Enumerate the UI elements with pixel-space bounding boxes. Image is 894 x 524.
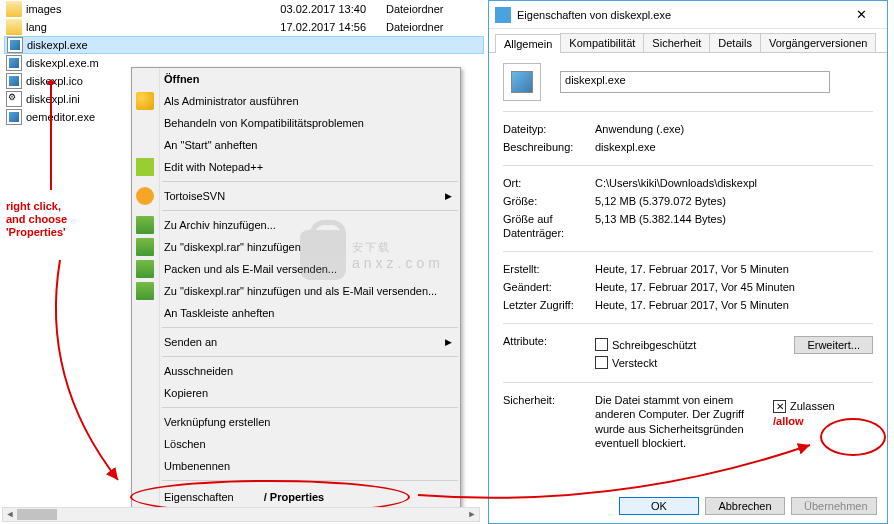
label-attributes: Attribute: bbox=[503, 334, 595, 372]
tab-previous[interactable]: Vorgängerversionen bbox=[760, 33, 876, 52]
exe-icon bbox=[6, 55, 22, 71]
winrar-icon bbox=[136, 282, 154, 300]
ctx-open[interactable]: Öffnen bbox=[132, 68, 460, 90]
separator bbox=[503, 251, 873, 252]
dialog-title: Eigenschaften von diskexpl.exe bbox=[517, 9, 671, 21]
label-accessed: Letzter Zugriff: bbox=[503, 298, 595, 312]
ctx-cut[interactable]: Ausschneiden bbox=[132, 360, 460, 382]
ctx-copy[interactable]: Kopieren bbox=[132, 382, 460, 404]
context-menu: Öffnen Als Administrator ausführen Behan… bbox=[131, 67, 461, 511]
horizontal-scrollbar[interactable]: ◄ ► bbox=[2, 507, 480, 522]
dialog-body: diskexpl.exe Dateityp:Anwendung (.exe) B… bbox=[489, 53, 887, 464]
file-large-icon bbox=[511, 71, 533, 93]
label-readonly: Schreibgeschützt bbox=[612, 338, 696, 352]
close-button[interactable]: ✕ bbox=[841, 7, 881, 22]
security-text: Die Datei stammt von einem anderen Compu… bbox=[595, 393, 765, 450]
ico-icon bbox=[6, 73, 22, 89]
separator bbox=[503, 165, 873, 166]
scroll-right-icon[interactable]: ► bbox=[465, 508, 479, 521]
tab-compat[interactable]: Kompatibilität bbox=[560, 33, 644, 52]
dialog-button-row: OK Abbrechen Übernehmen bbox=[619, 497, 877, 515]
value-created: Heute, 17. Februar 2017, Vor 5 Minuten bbox=[595, 262, 873, 276]
winrar-icon bbox=[136, 216, 154, 234]
value-location: C:\Users\kiki\Downloads\diskexpl bbox=[595, 176, 873, 190]
checkbox-unblock[interactable]: ✕ bbox=[773, 400, 786, 413]
ctx-run-as-admin[interactable]: Als Administrator ausführen bbox=[132, 90, 460, 112]
winrar-icon bbox=[136, 260, 154, 278]
app-icon bbox=[495, 7, 511, 23]
ctx-add-archive[interactable]: Zu Archiv hinzufügen... bbox=[132, 214, 460, 236]
separator bbox=[503, 111, 873, 112]
file-icon-box bbox=[503, 63, 541, 101]
value-filetype: Anwendung (.exe) bbox=[595, 122, 873, 136]
tab-bar: Allgemein Kompatibilität Sicherheit Deta… bbox=[489, 29, 887, 53]
separator bbox=[162, 480, 458, 481]
separator bbox=[503, 323, 873, 324]
tortoisesvn-icon bbox=[136, 187, 154, 205]
filename-input[interactable]: diskexpl.exe bbox=[560, 71, 830, 93]
tab-general[interactable]: Allgemein bbox=[495, 34, 561, 53]
checkbox-readonly[interactable] bbox=[595, 338, 608, 351]
separator bbox=[503, 382, 873, 383]
ctx-delete[interactable]: Löschen bbox=[132, 433, 460, 455]
ctx-pin-start[interactable]: An "Start" anheften bbox=[132, 134, 460, 156]
value-modified: Heute, 17. Februar 2017, Vor 45 Minuten bbox=[595, 280, 873, 294]
apply-button[interactable]: Übernehmen bbox=[791, 497, 877, 515]
separator bbox=[162, 210, 458, 211]
scroll-left-icon[interactable]: ◄ bbox=[3, 508, 17, 521]
ctx-edit-npp[interactable]: Edit with Notepad++ bbox=[132, 156, 460, 178]
advanced-button[interactable]: Erweitert... bbox=[794, 336, 873, 354]
ctx-pack-email[interactable]: Packen und als E-Mail versenden... bbox=[132, 258, 460, 280]
file-row-selected[interactable]: diskexpl.exe bbox=[4, 36, 484, 54]
value-size-disk: 5,13 MB (5.382.144 Bytes) bbox=[595, 212, 873, 241]
tab-details[interactable]: Details bbox=[709, 33, 761, 52]
submenu-arrow-icon: ▶ bbox=[445, 337, 452, 347]
label-location: Ort: bbox=[503, 176, 595, 190]
cancel-button[interactable]: Abbrechen bbox=[705, 497, 785, 515]
label-security: Sicherheit: bbox=[503, 393, 595, 450]
ctx-send-to[interactable]: Senden an▶ bbox=[132, 331, 460, 353]
winrar-icon bbox=[136, 238, 154, 256]
exe-icon bbox=[6, 109, 22, 125]
file-row[interactable]: images03.02.2017 13:40Dateiordner bbox=[4, 0, 484, 18]
scroll-thumb[interactable] bbox=[17, 509, 57, 520]
label-description: Beschreibung: bbox=[503, 140, 595, 154]
checkbox-hidden[interactable] bbox=[595, 356, 608, 369]
separator bbox=[162, 356, 458, 357]
ctx-tortoisesvn[interactable]: TortoiseSVN▶ bbox=[132, 185, 460, 207]
ctx-pack-rar-email[interactable]: Zu "diskexpl.rar" hinzufügen und als E-M… bbox=[132, 280, 460, 302]
exe-icon bbox=[7, 37, 23, 53]
separator bbox=[162, 181, 458, 182]
value-description: diskexpl.exe bbox=[595, 140, 873, 154]
label-unblock: Zulassen bbox=[790, 399, 835, 413]
value-accessed: Heute, 17. Februar 2017, Vor 5 Minuten bbox=[595, 298, 873, 312]
ctx-rename[interactable]: Umbenennen bbox=[132, 455, 460, 477]
ctx-add-rar[interactable]: Zu "diskexpl.rar" hinzufügen bbox=[132, 236, 460, 258]
shield-icon bbox=[136, 92, 154, 110]
label-size: Größe: bbox=[503, 194, 595, 208]
properties-dialog: Eigenschaften von diskexpl.exe ✕ Allgeme… bbox=[488, 0, 888, 524]
ok-button[interactable]: OK bbox=[619, 497, 699, 515]
label-created: Erstellt: bbox=[503, 262, 595, 276]
annotation-arrow-icon bbox=[50, 80, 52, 190]
label-filetype: Dateityp: bbox=[503, 122, 595, 136]
ini-icon bbox=[6, 91, 22, 107]
tab-security[interactable]: Sicherheit bbox=[643, 33, 710, 52]
value-size: 5,12 MB (5.379.072 Bytes) bbox=[595, 194, 873, 208]
ctx-compat[interactable]: Behandeln von Kompatibilitätsproblemen bbox=[132, 112, 460, 134]
ctx-pin-taskbar[interactable]: An Taskleiste anheften bbox=[132, 302, 460, 324]
folder-icon bbox=[6, 19, 22, 35]
annotation-text: right click,and choose'Properties' bbox=[6, 200, 67, 240]
separator bbox=[162, 407, 458, 408]
ctx-create-shortcut[interactable]: Verknüpfung erstellen bbox=[132, 411, 460, 433]
file-row[interactable]: lang17.02.2017 14:56Dateiordner bbox=[4, 18, 484, 36]
dialog-titlebar[interactable]: Eigenschaften von diskexpl.exe ✕ bbox=[489, 1, 887, 29]
notepadpp-icon bbox=[136, 158, 154, 176]
label-size-disk: Größe auf Datenträger: bbox=[503, 212, 595, 241]
submenu-arrow-icon: ▶ bbox=[445, 191, 452, 201]
folder-icon bbox=[6, 1, 22, 17]
label-hidden: Versteckt bbox=[612, 356, 657, 370]
label-modified: Geändert: bbox=[503, 280, 595, 294]
annotation-properties-en: / Properties bbox=[264, 491, 325, 503]
separator bbox=[162, 327, 458, 328]
